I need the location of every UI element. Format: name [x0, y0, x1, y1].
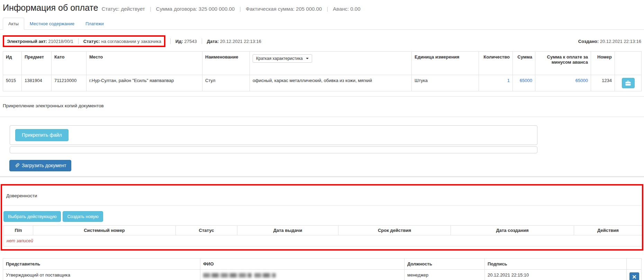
col-header-system-number: Системный номер: [33, 226, 176, 235]
act-id-label: Ид:: [175, 39, 183, 44]
item-briefcase-button[interactable]: [622, 78, 635, 88]
contract-status: Статус: действует: [102, 6, 145, 12]
tab-payments[interactable]: Платежи: [80, 18, 109, 30]
divider: |: [239, 6, 241, 12]
item-quantity-link[interactable]: 1: [479, 75, 513, 91]
item-name: Стул: [202, 75, 250, 91]
fio-redacted: [203, 273, 252, 278]
representative-row: Утверждающий от поставщика менеджер 20.1…: [3, 270, 642, 280]
col-header-sum-minus-advance: Сумма к оплате за минусом аванса: [535, 52, 591, 75]
act-status-label: Статус:: [83, 39, 100, 44]
col-header-id: Ид: [3, 52, 22, 75]
proxies-body: Выбрать действующую Создать новую П/п Си…: [3, 206, 641, 247]
electronic-act: Электронный акт: 210218/00/1: [7, 39, 73, 44]
item-sum-minus-advance-link[interactable]: 65000: [535, 75, 591, 91]
col-header-sum: Сумма: [513, 52, 535, 75]
act-created: Создано: 20.12.2021 22:13:16: [578, 39, 641, 44]
electronic-act-value: 210218/00/1: [48, 39, 73, 44]
attachments-section: Прикрепление электронных копий документо…: [3, 96, 641, 177]
file-drop-area: Прикрепить файл: [10, 125, 537, 145]
col-header-num: П/п: [4, 226, 33, 235]
empty-row: нет записей: [4, 235, 642, 246]
divider: |: [327, 6, 328, 12]
proxies-toolbar: Выбрать действующую Создать новую: [3, 211, 641, 222]
actual-sum: Фактическая сумма: 205 000.00: [246, 6, 322, 12]
col-header-kato: Като: [52, 52, 87, 75]
act-items-table: Ид Предмет Като Место Наименование Кратк…: [3, 51, 642, 91]
col-header-representative: Представитель: [3, 259, 200, 270]
advance-sum: Аванс: 0.00: [333, 6, 360, 12]
col-header-fio: ФИО: [200, 259, 405, 270]
select-active-proxy-label: Выбрать действующую: [8, 214, 56, 219]
characteristic-dropdown-label: Краткая характеристика: [256, 56, 303, 61]
representatives-header-row: Представитель ФИО Должность Подпись: [3, 259, 642, 270]
item-number: 1234: [591, 75, 615, 91]
item-sum-link[interactable]: 65000: [513, 75, 535, 91]
act-id-value: 27543: [184, 39, 197, 44]
attachments-title: Прикрепление электронных копий документо…: [0, 96, 644, 117]
col-header-unit: Единица измерения: [412, 52, 479, 75]
remove-representative-button[interactable]: [629, 272, 639, 280]
tab-acts[interactable]: Акты: [3, 18, 24, 30]
act-date-label: Дата:: [207, 39, 219, 44]
page-title: Информация об оплате: [3, 3, 98, 13]
col-header-signature: Подпись: [485, 259, 627, 270]
act-date: Дата: 20.12.2021 22:13:16: [207, 39, 261, 44]
representative-actions-cell: [627, 270, 642, 280]
item-actions-cell: [615, 75, 642, 91]
act-created-label: Создано:: [578, 39, 599, 44]
item-kato: 711210000: [52, 75, 87, 91]
create-new-proxy-label: Создать новую: [67, 214, 98, 219]
item-unit: Штука: [412, 75, 479, 91]
act-date-value: 20.12.2021 22:13:16: [220, 39, 261, 44]
tab-bar: Акты Местное содержание Платежи: [0, 18, 644, 30]
representative-fio-cell: [200, 270, 405, 280]
upload-document-label: Загрузить документ: [22, 163, 66, 169]
col-header-validity: Срок действия: [338, 226, 451, 235]
no-records-text: нет записей: [4, 235, 642, 246]
electronic-act-label: Электронный акт:: [7, 39, 47, 44]
item-subject: 1381904: [22, 75, 52, 91]
item-id: 5015: [3, 75, 22, 91]
paperclip-icon: [15, 163, 19, 168]
tab-local-content[interactable]: Местное содержание: [24, 18, 80, 30]
section-divider: [0, 176, 644, 177]
col-header-actions: [615, 52, 642, 75]
col-header-number: Номер: [591, 52, 615, 75]
attach-file-label: Прикрепить файл: [22, 132, 62, 138]
col-header-status: Статус: [176, 226, 237, 235]
create-new-proxy-button[interactable]: Создать новую: [63, 211, 103, 222]
col-header-actions: [627, 259, 642, 270]
x-icon: [633, 275, 636, 279]
upload-document-button[interactable]: Загрузить документ: [9, 160, 71, 171]
characteristic-dropdown-button[interactable]: Краткая характеристика: [253, 54, 312, 63]
page-header: Информация об оплате Статус: действует |…: [3, 0, 641, 13]
representative-role: Утверждающий от поставщика: [3, 270, 200, 280]
act-id: Ид: 27543: [175, 39, 197, 44]
col-header-subject: Предмет: [22, 52, 52, 75]
col-header-created-date: Дата создания: [451, 226, 574, 235]
proxies-header-row: П/п Системный номер Статус Дата выдачи С…: [4, 226, 642, 235]
proxies-section: Доверенности Выбрать действующую Создать…: [1, 184, 643, 251]
col-header-issue-date: Дата выдачи: [237, 226, 338, 235]
col-header-place: Место: [87, 52, 202, 75]
items-header-row: Ид Предмет Като Место Наименование Кратк…: [3, 52, 642, 75]
divider: [78, 38, 79, 44]
item-characteristic: офисный, каркас металлический, обивка из…: [250, 75, 412, 91]
representative-position: менеджер: [405, 270, 485, 280]
proxies-table: П/п Системный номер Статус Дата выдачи С…: [3, 225, 642, 246]
attached-files-list: [10, 146, 537, 153]
contract-sum: Сумма договора: 325 000 000.00: [156, 6, 235, 12]
col-header-quantity: Количество: [479, 52, 513, 75]
item-row: 5015 1381904 711210000 г.Нур-Султан, рай…: [3, 75, 642, 91]
col-header-name: Наименование: [202, 52, 250, 75]
representative-signature: 20.12.2021 22:15:10: [485, 270, 627, 280]
act-info-bar: Электронный акт: 210218/00/1 Статус: на …: [3, 30, 641, 51]
fio-redacted: [254, 273, 276, 278]
divider: [170, 38, 171, 44]
proxies-title: Доверенности: [3, 186, 641, 206]
payment-info-page: Информация об оплате Статус: действует |…: [0, 0, 644, 280]
divider: |: [150, 6, 151, 12]
attach-file-button[interactable]: Прикрепить файл: [15, 129, 69, 141]
select-active-proxy-button[interactable]: Выбрать действующую: [3, 211, 61, 222]
